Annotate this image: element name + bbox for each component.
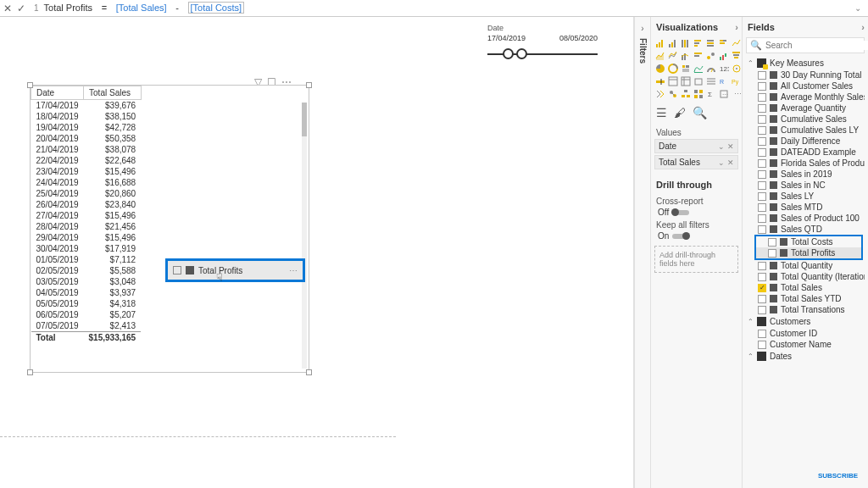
viz-type-11[interactable] <box>705 50 716 61</box>
viz-type-19[interactable]: 123 <box>718 63 729 74</box>
scrollbar[interactable] <box>302 103 307 369</box>
viz-type-33[interactable]: ⋯ <box>718 88 729 99</box>
viz-type-9[interactable] <box>680 50 691 61</box>
table-row[interactable]: 02/05/2019$5,588 <box>31 265 142 276</box>
field-item[interactable]: Total Transations <box>746 304 865 315</box>
field-checkbox[interactable] <box>758 115 766 124</box>
field-item[interactable]: Average Monthly Sales <box>746 92 865 103</box>
table-row[interactable]: 25/04/2019$20,860 <box>31 188 142 199</box>
field-well[interactable]: Date⌄ ✕ <box>654 139 738 153</box>
viz-type-20[interactable] <box>731 63 742 74</box>
expand-icon[interactable]: ⌄ <box>854 3 861 13</box>
field-checkbox[interactable] <box>758 214 766 223</box>
field-checkbox[interactable] <box>758 225 766 234</box>
search-input[interactable] <box>765 41 868 50</box>
fields-tab-icon[interactable]: ☰ <box>656 106 667 119</box>
viz-type-25[interactable] <box>705 75 716 86</box>
viz-type-32[interactable]: Σ <box>705 88 716 99</box>
slicer-knob-end[interactable] <box>516 48 527 59</box>
keep-filters-toggle[interactable]: On <box>658 231 738 241</box>
expand-filters-icon[interactable]: › <box>641 24 643 33</box>
cancel-icon[interactable]: ✕ <box>3 3 12 14</box>
field-item[interactable]: All Customer Sales <box>746 80 865 92</box>
fields-search[interactable]: 🔍 <box>746 37 865 53</box>
field-checkbox[interactable] <box>758 159 766 168</box>
viz-type-34[interactable]: ⋯ <box>731 88 742 99</box>
table-row[interactable]: 26/04/2019$23,840 <box>31 199 142 210</box>
viz-type-12[interactable] <box>718 50 729 61</box>
viz-type-30[interactable] <box>680 88 691 99</box>
collapse-icon[interactable]: › <box>735 22 738 32</box>
field-checkbox[interactable] <box>758 341 766 349</box>
field-item[interactable]: Sales of Product 100 <box>746 213 865 224</box>
viz-type-7[interactable] <box>654 50 665 61</box>
viz-type-16[interactable] <box>680 63 691 74</box>
field-item[interactable]: 30 Day Running Total <box>746 69 865 80</box>
field-checkbox[interactable] <box>758 273 766 281</box>
field-item[interactable]: Total Quantity <box>746 260 865 271</box>
field-item[interactable]: Total Sales <box>746 282 865 293</box>
field-group[interactable]: ⌃Customers <box>746 315 865 328</box>
field-item[interactable]: Sales LY <box>746 191 865 202</box>
field-checkbox[interactable] <box>758 104 766 113</box>
field-checkbox[interactable] <box>758 192 766 201</box>
table-visual[interactable]: Date Total Sales 17/04/2019$39,67618/04/… <box>30 85 309 373</box>
viz-type-3[interactable] <box>693 37 704 48</box>
field-item[interactable]: Customer Name <box>746 339 865 350</box>
col-sales[interactable]: Total Sales <box>84 86 142 100</box>
slicer-knob-start[interactable] <box>503 48 514 59</box>
field-checkbox[interactable] <box>758 170 766 179</box>
drill-drop-zone[interactable]: Add drill-through fields here <box>654 246 738 273</box>
viz-type-4[interactable] <box>705 37 716 48</box>
viz-type-6[interactable] <box>731 37 742 48</box>
viz-type-2[interactable] <box>680 37 691 48</box>
table-row[interactable]: 28/04/2019$21,456 <box>31 221 142 232</box>
date-slicer[interactable]: Date 17/04/2019 08/05/2020 <box>487 24 598 64</box>
table-row[interactable]: 21/04/2019$38,078 <box>31 144 142 155</box>
field-checkbox[interactable] <box>758 306 766 314</box>
field-item[interactable]: Total Costs <box>756 236 861 247</box>
field-well[interactable]: Total Sales⌄ ✕ <box>654 155 738 169</box>
viz-type-8[interactable] <box>667 50 678 61</box>
table-row[interactable]: 23/04/2019$15,496 <box>31 166 142 177</box>
table-row[interactable]: 29/04/2019$15,496 <box>31 232 142 243</box>
field-item[interactable]: Average Quantity <box>746 103 865 114</box>
field-item[interactable]: Daily Difference <box>746 136 865 147</box>
analytics-tab-icon[interactable]: 🔍 <box>693 106 707 119</box>
viz-type-15[interactable] <box>667 63 678 74</box>
field-item[interactable]: Florida Sales of Product 2 ... <box>746 158 865 169</box>
viz-type-1[interactable] <box>667 37 678 48</box>
field-item[interactable]: Total Sales YTD <box>746 293 865 304</box>
field-item[interactable]: Sales in 2019 <box>746 169 865 180</box>
table-row[interactable]: 27/04/2019$15,496 <box>31 210 142 221</box>
field-item[interactable]: Cumulative Sales <box>746 114 865 125</box>
table-row[interactable]: 03/05/2019$3,048 <box>31 276 142 287</box>
field-group[interactable]: ⌃Key Measures <box>746 57 865 69</box>
formula-text[interactable]: Total Profits = [Total Sales] - [Total C… <box>44 3 849 14</box>
field-checkbox[interactable] <box>758 330 766 338</box>
field-checkbox[interactable] <box>758 284 766 292</box>
field-checkbox[interactable] <box>758 82 766 91</box>
table-row[interactable]: 19/04/2019$42,728 <box>31 122 142 133</box>
field-checkbox[interactable] <box>758 262 766 270</box>
field-item[interactable]: Total Quantity (Iteration) <box>746 271 865 282</box>
filters-pane-collapsed[interactable]: › Filters <box>634 17 651 488</box>
table-row[interactable]: 30/04/2019$17,919 <box>31 243 142 254</box>
field-group[interactable]: ⌃Dates <box>746 350 865 363</box>
field-checkbox[interactable] <box>758 148 766 157</box>
field-item[interactable]: Total Profits <box>756 247 861 258</box>
field-item[interactable]: Sales MTD <box>746 202 865 213</box>
viz-type-21[interactable] <box>654 75 665 86</box>
viz-type-24[interactable] <box>693 75 704 86</box>
field-checkbox[interactable] <box>758 93 766 102</box>
viz-type-23[interactable] <box>680 75 691 86</box>
field-checkbox[interactable] <box>768 249 776 258</box>
viz-type-31[interactable] <box>693 88 704 99</box>
field-item[interactable]: Sales QTD <box>746 224 865 235</box>
viz-type-14[interactable] <box>654 63 665 74</box>
table-row[interactable]: 20/04/2019$50,358 <box>31 133 142 144</box>
table-row[interactable]: 01/05/2019$7,112 <box>31 254 142 265</box>
table-row[interactable]: 22/04/2019$22,648 <box>31 155 142 166</box>
field-checkbox[interactable] <box>758 203 766 212</box>
field-checkbox[interactable] <box>758 181 766 190</box>
